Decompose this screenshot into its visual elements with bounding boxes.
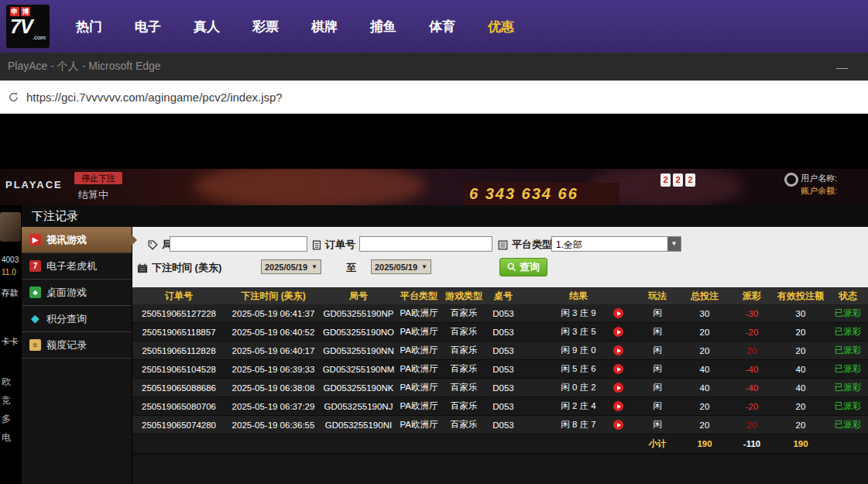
platform-type-select[interactable]: 1.全部 ▼ [551, 236, 681, 252]
platform-cell: PA欧洲厅 [396, 397, 442, 416]
platform-cell: PA欧洲厅 [396, 304, 442, 323]
time-cell: 2025-05-19 06:40:17 [225, 342, 321, 360]
partial-text: 4003 [2, 256, 19, 264]
game-type-cell: 百家乐 [442, 342, 485, 360]
platform-cell: PA欧洲厅 [396, 379, 442, 397]
col-header-status: 状态 [828, 287, 868, 304]
records-table: 订单号 下注时间 (美东) 局号 平台类型 游戏类型 桌号 结果 玩法 总投注 … [132, 287, 868, 480]
sidebar-item-slot-machines[interactable]: 7 电子老虎机 [22, 253, 132, 280]
col-header-play: 玩法 [636, 287, 679, 304]
hall-menu-partial[interactable]: 欧 [2, 376, 11, 389]
settings-gear-icon[interactable] [784, 173, 798, 187]
settling-status: 结算中 [78, 188, 108, 202]
game-type-cell: 百家乐 [442, 416, 485, 434]
sidebar-item-label: 视讯游戏 [46, 233, 87, 247]
replay-play-icon[interactable] [613, 308, 623, 318]
time-cell: 2025-05-19 06:39:33 [225, 360, 321, 379]
stop-bet-button[interactable]: 停止下注 [74, 172, 122, 184]
search-button-label: 查询 [520, 260, 540, 274]
sidebar-item-table-games[interactable]: ♣ 桌面游戏 [22, 280, 132, 306]
deposit-link-partial[interactable]: 存款 [2, 287, 19, 299]
game-type-cell: 百家乐 [442, 323, 485, 342]
time-cell: 2025-05-19 06:37:29 [225, 397, 321, 416]
sidebar-item-video-games[interactable]: ▶ 视讯游戏 [22, 227, 132, 253]
sidebar-item-points-query[interactable]: ◆ 积分查询 [22, 306, 132, 332]
play-cell: 闲 [636, 379, 679, 397]
document-icon [312, 240, 321, 250]
browser-titlebar: PlayAce - 个人 - Microsoft Edge — [0, 53, 868, 81]
game-type-cell: 百家乐 [442, 379, 485, 397]
table-row: 2505190650886862025-05-19 06:38:08GD0532… [132, 379, 868, 397]
screen: { "nav": { "logo": { "badge1": "申", "bad… [0, 0, 868, 484]
replay-play-icon[interactable] [613, 327, 623, 337]
col-header-time: 下注时间 (美东) [225, 287, 321, 304]
nav-menu: 热门 电子 真人 彩票 棋牌 捕鱼 体育 优惠 [76, 18, 514, 36]
hall-menu-partial[interactable]: 竞 [2, 394, 11, 407]
play-cell: 闲 [636, 323, 679, 342]
order-cell: 250519065118857 [132, 323, 225, 342]
game-type-cell: 百家乐 [442, 397, 485, 416]
play-cell: 闲 [636, 304, 679, 323]
order-cell: 250519065104528 [132, 360, 225, 379]
modal-sidebar: ▶ 视讯游戏 7 电子老虎机 ♣ 桌面游戏 ◆ 积分查询 ≡ 额度记录 [22, 227, 132, 484]
date-from-picker[interactable]: 2025/05/19 ▼ [261, 259, 321, 274]
minimize-button[interactable]: — [836, 60, 848, 74]
date-to-value: 2025/05/19 [375, 263, 417, 272]
time-cell: 2025-05-19 06:40:52 [225, 323, 321, 342]
replay-play-icon[interactable] [613, 345, 623, 355]
site-nav: 申 博 7V .com 热门 电子 真人 彩票 棋牌 捕鱼 体育 优惠 [0, 0, 868, 53]
round-number-input[interactable] [170, 236, 307, 252]
game-type-cell: 百家乐 [442, 304, 485, 323]
jackpot-panel: 6 343 634 66 [463, 183, 619, 205]
replay-play-icon[interactable] [613, 401, 623, 411]
replay-play-icon[interactable] [613, 383, 623, 393]
replay-play-icon[interactable] [613, 420, 623, 430]
result-cell: 闲 8 庄 7 [521, 416, 636, 434]
total-bet-cell: 20 [679, 416, 730, 434]
video-camera-icon: ▶ [29, 234, 41, 245]
total-bet-cell: 30 [679, 304, 730, 323]
chevron-down-icon: ▼ [667, 237, 681, 251]
result-text: 闲 3 庄 5 [561, 326, 595, 338]
reload-icon[interactable] [8, 91, 19, 103]
balance-label: 账户余额: [801, 185, 837, 197]
sidebar-item-credit-records[interactable]: ≡ 额度记录 [22, 332, 132, 359]
nav-item-slots[interactable]: 电子 [135, 18, 161, 36]
site-logo[interactable]: 申 博 7V .com [6, 5, 50, 48]
nav-item-live[interactable]: 真人 [194, 18, 220, 36]
nav-item-fishing[interactable]: 捕鱼 [370, 18, 396, 36]
replay-play-icon[interactable] [613, 364, 623, 374]
tag-icon [148, 240, 158, 250]
result-text: 闲 9 庄 0 [561, 345, 595, 356]
order-number-input[interactable] [359, 236, 492, 252]
table-row: 2505190650742802025-05-19 06:36:55GD0532… [132, 416, 868, 434]
address-input[interactable]: https://gci.7vvvvvv.com/agingame/pcv2/in… [26, 91, 283, 104]
valid-bet-cell: 20 [774, 323, 828, 342]
search-button[interactable]: 查询 [499, 258, 547, 276]
round-cell: GD053255190NK [321, 379, 396, 397]
search-icon [507, 263, 516, 272]
result-cell: 闲 3 庄 9 [521, 304, 636, 323]
round-cell: GD053255190NJ [321, 397, 396, 416]
nav-item-cards[interactable]: 棋牌 [311, 18, 338, 36]
hall-menu-partial[interactable]: 电 [2, 431, 11, 445]
payout-cell: 20 [730, 342, 774, 360]
table-row: 2505190650807062025-05-19 06:37:29GD0532… [132, 397, 868, 416]
total-bet-cell: 20 [679, 342, 730, 360]
nav-item-sports[interactable]: 体育 [429, 18, 455, 36]
nav-item-hot[interactable]: 热门 [76, 18, 102, 36]
round-cell: GD053255190NO [321, 323, 396, 342]
hall-menu-partial[interactable]: 多 [2, 413, 11, 426]
payout-cell: -30 [730, 304, 774, 323]
table-no-cell: D053 [485, 379, 521, 397]
nav-item-lottery[interactable]: 彩票 [252, 18, 279, 36]
date-to-picker[interactable]: 2025/05/19 ▼ [371, 259, 431, 274]
total-bet-cell: 40 [679, 379, 730, 397]
card-icons: 2 2 2 [660, 173, 695, 187]
nav-item-promos[interactable]: 优惠 [488, 18, 514, 36]
result-cell: 闲 3 庄 5 [521, 323, 636, 342]
table-no-cell: D053 [485, 342, 521, 360]
order-cell: 250519065112828 [132, 342, 225, 360]
game-page-strip: PLAYACE 停止下注 结算中 6 343 634 66 2 2 2 用户名称… [0, 169, 868, 205]
sidebar-item-label: 电子老虎机 [46, 259, 97, 273]
